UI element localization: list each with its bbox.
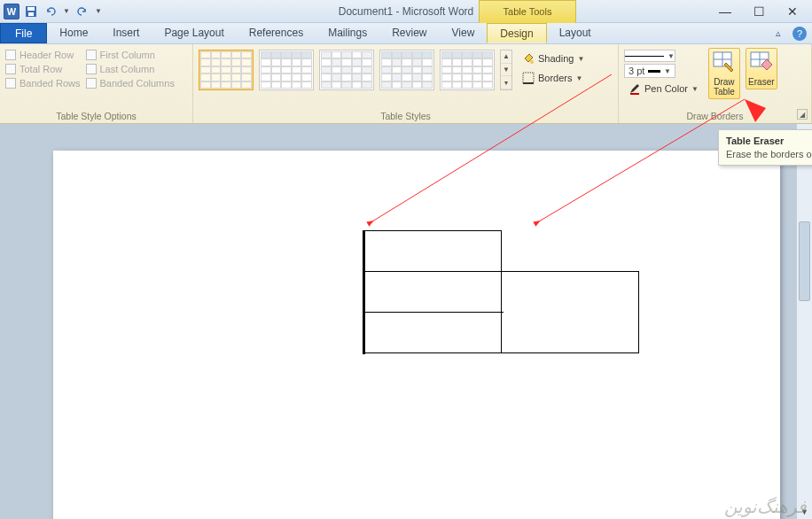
style-thumb-4[interactable] [379, 50, 434, 90]
gallery-expand[interactable]: ▲▼▾ [500, 50, 512, 90]
group-table-styles: Table Styles [193, 111, 618, 121]
undo-icon[interactable] [43, 4, 59, 19]
draw-table-label: Draw Table [714, 77, 735, 97]
pen-color-dropdown[interactable]: Pen Color▼ [624, 80, 703, 97]
table-tools-context-label: Table Tools [479, 0, 576, 23]
watermark: فرهنگ‌نوین [724, 496, 807, 517]
vertical-scrollbar[interactable]: ▲ ▼ [796, 124, 812, 519]
document-area[interactable] [0, 124, 812, 519]
line-weight-dropdown[interactable]: 3 pt▼ [624, 64, 675, 78]
borders-dropdown[interactable]: Borders▼ [518, 69, 589, 87]
erased-border-mid [504, 312, 638, 314]
draw-table-button[interactable]: Draw Table [708, 48, 740, 99]
page[interactable] [53, 151, 780, 519]
checkbox-banded-columns[interactable]: Banded Columns [86, 78, 175, 89]
label-total-row: Total Row [20, 64, 62, 74]
draw-borders-launcher[interactable]: ◢ [797, 109, 808, 120]
line-weight-value: 3 pt [629, 66, 644, 76]
svg-rect-2 [28, 12, 34, 16]
label-first-column: First Column [100, 50, 155, 60]
eraser-button[interactable]: Eraser [746, 48, 777, 89]
borders-icon [522, 72, 535, 84]
tab-references[interactable]: References [237, 23, 316, 43]
paint-bucket-icon [522, 52, 535, 65]
tab-review[interactable]: Review [379, 23, 439, 43]
style-thumb-2[interactable] [259, 50, 314, 90]
tab-home[interactable]: Home [47, 23, 100, 43]
qat-customize-icon[interactable]: ▼ [94, 4, 103, 19]
document-table[interactable] [363, 230, 639, 353]
line-style-dropdown[interactable]: ▼ [624, 50, 675, 62]
shading-dropdown[interactable]: Shading▼ [518, 50, 589, 67]
tab-mailings[interactable]: Mailings [316, 23, 379, 43]
table-styles-gallery[interactable]: ▲▼▾ [199, 48, 512, 90]
maximize-button[interactable]: ☐ [750, 3, 768, 20]
erased-border-right-top [638, 230, 641, 271]
undo-dropdown-icon[interactable]: ▼ [62, 4, 71, 19]
word-app-icon: W [4, 4, 20, 19]
ribbon-minimize-icon[interactable]: ▵ [771, 27, 785, 41]
tooltip-table-eraser: Table Eraser Erase the borders o [718, 129, 812, 166]
checkbox-banded-rows[interactable]: Banded Rows [5, 78, 81, 89]
svg-rect-6 [630, 93, 639, 95]
label-header-row: Header Row [20, 50, 74, 60]
tab-view[interactable]: View [440, 23, 488, 43]
checkbox-last-column[interactable]: Last Column [86, 64, 175, 74]
eraser-icon [749, 50, 774, 75]
thick-left-border [363, 230, 365, 354]
tab-design[interactable]: Design [487, 23, 546, 43]
label-banded-rows: Banded Rows [20, 78, 81, 89]
tooltip-title: Table Eraser [726, 136, 812, 146]
close-button[interactable]: ✕ [784, 3, 801, 20]
redo-icon[interactable] [74, 4, 90, 19]
label-banded-columns: Banded Columns [100, 78, 175, 89]
group-draw-borders: Draw Borders [619, 111, 811, 121]
checkbox-total-row[interactable]: Total Row [5, 64, 81, 74]
label-last-column: Last Column [100, 64, 155, 74]
pen-icon [629, 82, 641, 95]
svg-rect-1 [27, 7, 35, 11]
style-thumb-1[interactable] [199, 50, 254, 90]
scroll-thumb[interactable] [799, 221, 810, 301]
tab-page-layout[interactable]: Page Layout [152, 23, 236, 43]
style-thumb-3[interactable] [319, 50, 374, 90]
help-icon[interactable]: ? [792, 27, 807, 41]
checkbox-first-column[interactable]: First Column [86, 50, 175, 60]
minimize-button[interactable]: — [716, 3, 734, 20]
svg-point-3 [530, 60, 534, 64]
window-title: Document1 - Microsoft Word [339, 5, 474, 18]
svg-rect-4 [523, 73, 534, 83]
checkbox-header-row[interactable]: Header Row [5, 50, 81, 60]
eraser-label: Eraser [748, 77, 774, 87]
group-table-style-options: Table Style Options [0, 111, 192, 121]
style-thumb-5[interactable] [440, 50, 495, 90]
shading-label: Shading [538, 53, 574, 64]
tab-insert[interactable]: Insert [100, 23, 152, 43]
save-icon[interactable] [23, 4, 39, 19]
tab-file[interactable]: File [0, 23, 47, 43]
tab-layout[interactable]: Layout [547, 23, 604, 43]
erased-border-top [502, 229, 640, 232]
borders-label: Borders [538, 73, 573, 83]
pen-color-label: Pen Color [644, 83, 688, 94]
draw-table-icon [712, 50, 737, 75]
tooltip-body: Erase the borders o [726, 149, 812, 159]
